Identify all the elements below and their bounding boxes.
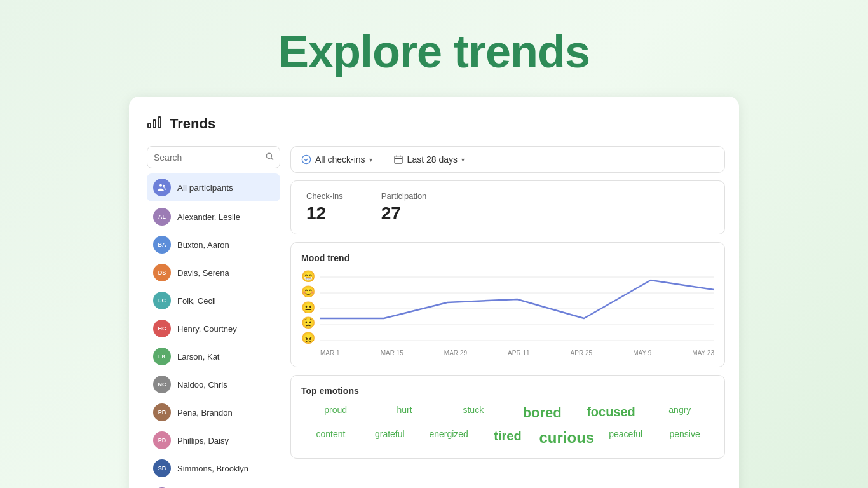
all-participants-item[interactable]: All participants xyxy=(147,173,280,201)
emotions-title: Top emotions xyxy=(301,386,714,396)
emotion-curious: curious xyxy=(537,428,596,448)
svg-point-7 xyxy=(302,155,310,163)
emotions-row2: content grateful energized tired curious… xyxy=(301,428,714,448)
participant-item[interactable]: HCHenry, Courtney xyxy=(147,315,280,342)
right-panel: All check-ins ▾ Last 28 days ▾ xyxy=(290,146,725,488)
svg-point-3 xyxy=(266,153,271,158)
chart-y-axis: 😁 😊 😐 😟 😠 xyxy=(301,271,315,356)
emotion-peaceful: peaceful xyxy=(596,428,655,448)
x-label-3: APR 11 xyxy=(508,349,529,356)
x-label-0: MAR 1 xyxy=(320,349,340,356)
x-label-2: MAR 29 xyxy=(444,349,467,356)
participant-name: Folk, Cecil xyxy=(177,296,216,306)
emotion-tired: tired xyxy=(478,428,538,448)
period-filter[interactable]: Last 28 days ▾ xyxy=(393,154,465,165)
page-header: Explore trends xyxy=(0,0,868,97)
all-participants-avatar xyxy=(153,179,171,196)
chart-area: 😁 😊 😐 😟 😠 xyxy=(301,271,714,356)
chart-svg xyxy=(320,271,714,347)
participant-list: ALAlexander, LeslieBABuxton, AaronDSDavi… xyxy=(147,203,280,488)
stats-row: Check-ins 12 Participation 27 xyxy=(290,180,725,234)
emoji-neutral: 😐 xyxy=(301,302,315,313)
emotion-stuck: stuck xyxy=(439,403,508,423)
top-emotions: Top emotions proud hurt stuck bored focu… xyxy=(290,375,725,459)
all-participants-label: All participants xyxy=(177,183,233,193)
search-box[interactable] xyxy=(147,146,280,168)
filter-bar: All check-ins ▾ Last 28 days ▾ xyxy=(290,146,725,173)
svg-rect-8 xyxy=(395,156,402,163)
participant-item[interactable]: ALAlexander, Leslie xyxy=(147,203,280,231)
emotion-focused: focused xyxy=(576,403,645,423)
period-chevron-icon: ▾ xyxy=(461,156,465,163)
trends-section-title: Trends xyxy=(170,116,215,132)
participant-item[interactable]: BABuxton, Aaron xyxy=(147,231,280,259)
participant-name: Alexander, Leslie xyxy=(177,212,240,222)
participant-item[interactable]: NCNaidoo, Chris xyxy=(147,370,280,398)
emotions-grid: proud hurt stuck bored focused angry xyxy=(301,403,714,423)
sidebar: All participants ALAlexander, LeslieBABu… xyxy=(147,146,280,488)
checkins-stat: Check-ins 12 xyxy=(306,191,343,224)
participant-item[interactable]: PDPhillips, Daisy xyxy=(147,426,280,454)
emotion-energized: energized xyxy=(419,428,478,448)
checkins-stat-value: 12 xyxy=(306,203,343,224)
search-icon xyxy=(265,152,274,163)
participant-item[interactable]: PBPena, Brandon xyxy=(147,398,280,426)
checkins-filter-label: All check-ins xyxy=(315,154,365,165)
emoji-happy: 😊 xyxy=(301,286,315,297)
x-label-4: APR 25 xyxy=(571,349,592,356)
x-label-1: MAR 15 xyxy=(381,349,403,356)
trends-header: Trends xyxy=(147,114,721,133)
checkins-chevron-icon: ▾ xyxy=(369,156,372,163)
x-label-5: MAY 9 xyxy=(633,349,651,356)
svg-rect-2 xyxy=(158,117,161,128)
participant-name: Buxton, Aaron xyxy=(177,240,229,250)
period-filter-label: Last 28 days xyxy=(407,154,458,165)
x-label-6: MAY 23 xyxy=(692,349,714,356)
svg-rect-0 xyxy=(148,123,151,128)
participation-stat-value: 27 xyxy=(381,203,427,224)
participant-name: Davis, Serena xyxy=(177,268,229,278)
participant-name: Henry, Courtney xyxy=(177,324,237,334)
chart-svg-wrap: MAR 1 MAR 15 MAR 29 APR 11 APR 25 MAY 9 … xyxy=(320,271,714,356)
mood-trend-chart: Mood trend 😁 😊 😐 😟 😠 xyxy=(290,242,725,367)
participant-name: Phillips, Daisy xyxy=(177,436,229,445)
content-area: All participants ALAlexander, LeslieBABu… xyxy=(147,146,721,488)
search-input[interactable] xyxy=(154,152,265,163)
checkins-filter[interactable]: All check-ins ▾ xyxy=(301,154,372,165)
participant-item[interactable]: WTWebb, Theresa xyxy=(147,482,280,488)
emotion-content: content xyxy=(301,428,360,448)
svg-point-6 xyxy=(163,185,165,187)
main-container: Trends xyxy=(129,97,739,488)
emoji-very-happy: 😁 xyxy=(301,271,315,282)
emotion-bored: bored xyxy=(508,403,576,423)
emotion-grateful: grateful xyxy=(360,428,419,448)
participant-item[interactable]: LKLarson, Kat xyxy=(147,342,280,370)
svg-point-5 xyxy=(159,184,162,187)
participant-item[interactable]: DSDavis, Serena xyxy=(147,259,280,287)
participation-stat-label: Participation xyxy=(381,191,427,201)
participant-name: Naidoo, Chris xyxy=(177,380,227,390)
checkins-stat-label: Check-ins xyxy=(306,191,343,201)
participant-name: Pena, Brandon xyxy=(177,408,233,417)
page-title: Explore trends xyxy=(0,25,868,78)
x-labels: MAR 1 MAR 15 MAR 29 APR 11 APR 25 MAY 9 … xyxy=(320,347,714,356)
participant-name: Larson, Kat xyxy=(177,352,220,362)
svg-rect-1 xyxy=(153,120,156,128)
emoji-angry: 😠 xyxy=(301,332,315,344)
emotion-pensive: pensive xyxy=(655,428,714,448)
participant-item[interactable]: FCFolk, Cecil xyxy=(147,287,280,315)
svg-line-4 xyxy=(271,158,273,160)
chart-title: Mood trend xyxy=(301,253,714,263)
emotion-hurt: hurt xyxy=(370,403,438,423)
emotion-proud: proud xyxy=(301,403,370,423)
participation-stat: Participation 27 xyxy=(381,191,427,224)
filter-divider xyxy=(383,153,383,166)
emoji-sad: 😟 xyxy=(301,317,315,329)
emotion-angry: angry xyxy=(646,403,714,423)
participant-name: Simmons, Brooklyn xyxy=(177,464,248,473)
participant-item[interactable]: SBSimmons, Brooklyn xyxy=(147,454,280,482)
trends-icon xyxy=(147,114,162,133)
